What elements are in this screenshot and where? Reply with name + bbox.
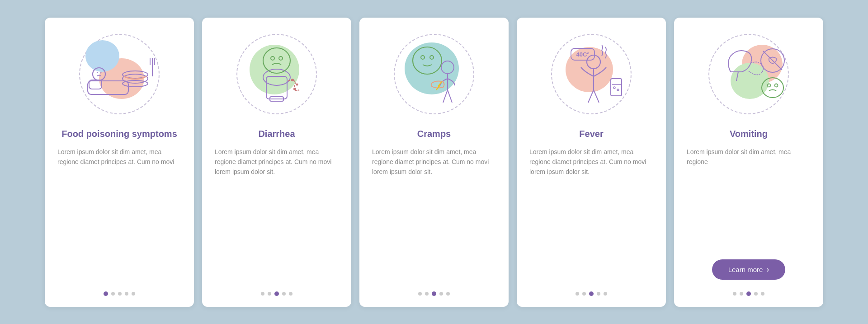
svg-point-21 (413, 47, 442, 74)
dot (274, 291, 279, 296)
dot (104, 291, 108, 296)
dot (576, 292, 579, 296)
svg-point-23 (430, 56, 434, 59)
dot (761, 292, 764, 296)
dot (733, 292, 736, 296)
svg-point-16 (271, 56, 274, 60)
card4-title: Fever (579, 128, 603, 140)
svg-point-20 (293, 88, 296, 90)
card1-dots (104, 291, 135, 296)
card4-illustration: 40C° (548, 31, 634, 117)
food-poisoning-icon (76, 31, 162, 117)
card3-title: Cramps (417, 128, 451, 140)
fever-icon: 40C° (548, 31, 634, 117)
svg-rect-34 (611, 79, 622, 96)
cards-container: Food poisoning symptoms Lorem ipsum dolo… (27, 4, 841, 320)
dot (268, 292, 271, 296)
svg-point-37 (617, 89, 619, 91)
dot (111, 292, 115, 296)
svg-line-31 (594, 90, 599, 103)
card2-title: Diarrhea (258, 128, 295, 140)
dot (125, 292, 128, 296)
card1-illustration (76, 31, 162, 117)
dot (582, 292, 586, 296)
card-cramps: Cramps Lorem ipsum dolor sit dim amet, m… (359, 18, 509, 307)
svg-point-2 (93, 68, 105, 80)
dot (597, 292, 600, 296)
dot (289, 292, 292, 296)
card3-illustration (391, 31, 477, 117)
svg-line-3 (97, 72, 98, 73)
card1-body: Lorem ipsum dolor sit dim amet, mea regi… (57, 147, 181, 283)
svg-text:40C°: 40C° (576, 51, 589, 58)
svg-point-42 (768, 84, 771, 87)
dot (132, 292, 135, 296)
card-vomiting: Vomiting Lorem ipsum dolor sit dim amet,… (674, 18, 823, 307)
dot (432, 291, 436, 296)
card-fever: 40C° Fever Lorem ipsum dolor sit dim ame… (517, 18, 666, 307)
dot (282, 292, 286, 296)
card4-dots (576, 291, 607, 296)
svg-rect-12 (266, 76, 287, 99)
diarrhea-icon (234, 31, 320, 117)
svg-point-24 (441, 61, 454, 74)
cramps-icon (391, 31, 477, 117)
learn-more-button[interactable]: Learn more (712, 259, 786, 280)
dot (418, 292, 422, 296)
dot (740, 292, 743, 296)
dot (446, 292, 450, 296)
svg-line-40 (763, 51, 782, 70)
card1-title: Food poisoning symptoms (61, 128, 177, 140)
dot (261, 292, 264, 296)
card2-illustration (234, 31, 320, 117)
dot (589, 291, 594, 296)
dot (604, 292, 607, 296)
dot (118, 292, 122, 296)
card-food-poisoning: Food poisoning symptoms Lorem ipsum dolo… (45, 18, 194, 307)
card5-illustration (706, 31, 792, 117)
svg-point-19 (296, 83, 298, 85)
svg-point-36 (613, 87, 615, 89)
svg-line-26 (443, 90, 448, 103)
svg-line-27 (448, 90, 452, 103)
svg-line-4 (100, 72, 101, 73)
dot (439, 292, 443, 296)
dot (754, 292, 758, 296)
svg-point-17 (279, 56, 283, 60)
card-diarrhea: Diarrhea Lorem ipsum dolor sit dim amet,… (202, 18, 351, 307)
card2-body: Lorem ipsum dolor sit dim amet, mea regi… (215, 147, 339, 283)
card5-body: Lorem ipsum dolor sit dim amet, mea regi… (687, 147, 811, 251)
card5-title: Vomiting (730, 128, 768, 140)
card4-body: Lorem ipsum dolor sit dim amet, mea regi… (529, 147, 653, 283)
card5-dots (733, 291, 764, 296)
card2-dots (261, 291, 292, 296)
svg-point-41 (762, 78, 783, 98)
card3-body: Lorem ipsum dolor sit dim amet, mea regi… (372, 147, 496, 283)
card3-dots (418, 291, 450, 296)
svg-line-30 (588, 90, 594, 103)
vomiting-icon (706, 31, 792, 117)
svg-point-18 (291, 79, 294, 81)
dot (425, 292, 429, 296)
svg-point-43 (775, 84, 778, 87)
svg-point-22 (421, 56, 425, 59)
dot (746, 291, 751, 296)
svg-line-38 (736, 72, 738, 81)
